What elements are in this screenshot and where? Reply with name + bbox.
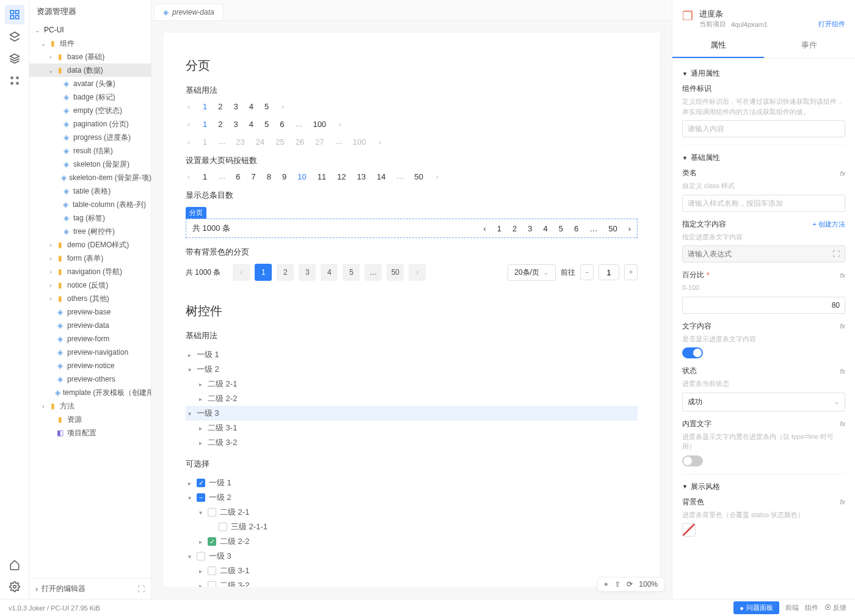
- tree-file[interactable]: ◈table-column (表格-列): [29, 198, 151, 211]
- page-number[interactable]: 2: [512, 224, 517, 233]
- prev-icon[interactable]: ‹: [186, 173, 192, 181]
- section-general[interactable]: ▼通用属性: [682, 61, 845, 84]
- prev-icon[interactable]: ‹: [233, 264, 250, 281]
- page-number[interactable]: …: [589, 224, 597, 233]
- page-number[interactable]: …: [218, 172, 225, 181]
- color-picker[interactable]: [682, 523, 696, 537]
- tab-events[interactable]: 事件: [764, 34, 856, 58]
- rail-settings-icon[interactable]: [5, 577, 24, 596]
- tree-file[interactable]: ◧项目配置: [29, 426, 151, 440]
- tree-node[interactable]: ▸二级 3-1: [186, 421, 638, 435]
- page-number[interactable]: …: [295, 120, 302, 129]
- create-method-link[interactable]: + 创建方法: [813, 220, 845, 229]
- tab-preview-data[interactable]: ◈preview-data: [154, 4, 224, 20]
- rail-explorer-icon[interactable]: [5, 5, 24, 24]
- page-number[interactable]: 1: [255, 264, 272, 281]
- checkbox[interactable]: −: [197, 493, 205, 502]
- page-number[interactable]: 2: [277, 264, 294, 281]
- page-number[interactable]: 100: [313, 120, 326, 129]
- page-number[interactable]: 27: [315, 137, 324, 147]
- page-number[interactable]: 25: [275, 137, 284, 147]
- tree-file[interactable]: ◈template (开发模板（创建用）): [29, 386, 151, 399]
- page-number[interactable]: 4: [249, 120, 253, 129]
- fx-button[interactable]: fx: [840, 322, 845, 330]
- prev-icon[interactable]: ‹: [186, 138, 192, 147]
- tree-file[interactable]: ◈preview-data: [29, 319, 151, 332]
- next-icon[interactable]: ›: [409, 264, 426, 281]
- checkbox[interactable]: [197, 552, 205, 560]
- checkbox[interactable]: [208, 567, 216, 575]
- page-number[interactable]: 3: [233, 102, 238, 111]
- tree-node[interactable]: ▸✓二级 2-2: [186, 534, 638, 549]
- page-number[interactable]: 4: [321, 264, 338, 281]
- fx-button[interactable]: fx: [840, 170, 845, 177]
- tree-folder[interactable]: ⌄▮组件: [29, 37, 151, 50]
- zoom-refresh-icon[interactable]: ⟳: [627, 580, 633, 589]
- page-number[interactable]: 14: [377, 172, 385, 181]
- rail-layers-icon[interactable]: [5, 49, 24, 68]
- tree-folder[interactable]: ›▮notice (反馈): [29, 278, 151, 292]
- page-number[interactable]: …: [335, 137, 342, 147]
- page-number[interactable]: 50: [387, 264, 404, 281]
- zoom-fit-icon[interactable]: ⌖: [604, 580, 608, 589]
- tree-node[interactable]: ▸二级 3-1: [186, 563, 638, 578]
- page-number[interactable]: 5: [264, 120, 269, 129]
- input-component-id[interactable]: [682, 120, 845, 137]
- tree-file[interactable]: ◈pagination (分页): [29, 117, 151, 131]
- fx-button[interactable]: fx: [840, 420, 845, 427]
- fx-button[interactable]: fx: [840, 498, 845, 505]
- next-icon[interactable]: ›: [337, 120, 343, 129]
- prev-icon[interactable]: ‹: [186, 120, 192, 129]
- tree-file[interactable]: ◈badge (标记): [29, 90, 151, 104]
- tree-file[interactable]: ◈preview-notice: [29, 359, 151, 372]
- page-number[interactable]: 8: [267, 172, 271, 181]
- checkbox[interactable]: [208, 581, 216, 587]
- tree-node[interactable]: ▸一级 1: [186, 347, 638, 362]
- input-percent[interactable]: [682, 297, 845, 314]
- page-number[interactable]: 4: [249, 102, 253, 111]
- tree-file[interactable]: ◈preview-form: [29, 332, 151, 346]
- tree-node[interactable]: ▾一级 3: [186, 406, 638, 421]
- page-number[interactable]: 3: [299, 264, 316, 281]
- next-icon[interactable]: ›: [377, 138, 383, 147]
- page-number[interactable]: 9: [282, 172, 286, 181]
- page-number[interactable]: 1: [203, 102, 207, 111]
- tree-folder[interactable]: ›▮方法: [29, 399, 151, 413]
- page-number[interactable]: 7: [251, 172, 255, 181]
- issues-panel-button[interactable]: ● 问题面板: [733, 601, 779, 614]
- page-number[interactable]: 50: [608, 224, 617, 233]
- goto-input[interactable]: [598, 264, 619, 280]
- page-number[interactable]: 4: [543, 224, 547, 233]
- tree-folder[interactable]: ›▮base (基础): [29, 50, 151, 63]
- page-number[interactable]: 1: [203, 137, 207, 147]
- tree-node[interactable]: ▸✓一级 1: [186, 476, 638, 490]
- page-number[interactable]: 100: [353, 137, 366, 147]
- rail-home-icon[interactable]: [5, 555, 24, 574]
- page-number[interactable]: 5: [343, 264, 360, 281]
- tree-folder[interactable]: ›▮form (表单): [29, 252, 151, 265]
- tree-node[interactable]: ▾−一级 2: [186, 490, 638, 505]
- page-number[interactable]: 1: [497, 224, 501, 233]
- page-number[interactable]: 10: [297, 172, 306, 181]
- page-number[interactable]: …: [218, 137, 225, 147]
- tree-node[interactable]: ▸二级 2-2: [186, 391, 638, 406]
- tree-root[interactable]: ⌄PC-UI: [29, 23, 151, 37]
- tree-node[interactable]: ▾一级 2: [186, 362, 638, 377]
- page-number[interactable]: 3: [233, 120, 238, 129]
- tree-node[interactable]: ▸二级 2-1: [186, 377, 638, 391]
- tree-file[interactable]: ◈preview-others: [29, 372, 151, 386]
- tree-file[interactable]: ◈avatar (头像): [29, 77, 151, 90]
- tree-folder[interactable]: ›▮others (其他): [29, 292, 151, 305]
- page-number[interactable]: …: [397, 172, 404, 181]
- tree-file[interactable]: ◈progress (进度条): [29, 131, 151, 144]
- rail-apps-icon[interactable]: [5, 71, 24, 90]
- tab-properties[interactable]: 属性: [672, 34, 764, 58]
- tree-file[interactable]: ◈tree (树控件): [29, 225, 151, 238]
- tree-file[interactable]: ◈preview-base: [29, 305, 151, 319]
- prev-icon[interactable]: ‹: [483, 224, 486, 233]
- prev-icon[interactable]: ‹: [186, 103, 192, 111]
- page-number[interactable]: …: [365, 264, 382, 281]
- tree-node[interactable]: ▸二级 3-2: [186, 578, 638, 587]
- status-link[interactable]: 前端: [785, 603, 799, 612]
- page-number[interactable]: 6: [574, 224, 578, 233]
